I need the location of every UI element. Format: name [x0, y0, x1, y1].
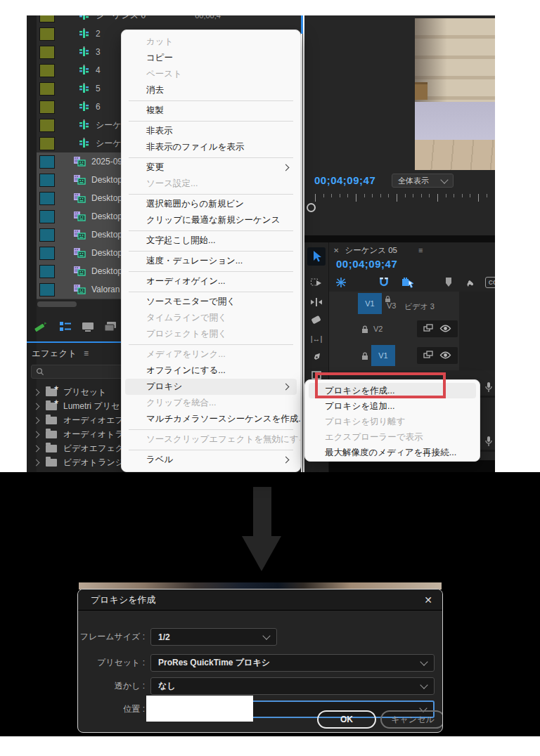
- context-menu-item[interactable]: 複製: [125, 103, 297, 119]
- label-color-chip[interactable]: [39, 27, 55, 41]
- toggle-track-output-eye-icon[interactable]: [439, 322, 451, 335]
- label-color-chip[interactable]: [39, 247, 55, 260]
- context-menu-item[interactable]: オフラインにする...: [125, 363, 297, 379]
- track-v3-name[interactable]: ビデオ 3: [404, 301, 435, 312]
- chevron-right-icon[interactable]: [33, 417, 40, 424]
- proxy-submenu-item[interactable]: プロキシを切り離す: [309, 414, 476, 429]
- panel-resize-highlight[interactable]: [301, 15, 303, 34]
- chevron-right-icon[interactable]: [33, 445, 40, 452]
- selection-tool[interactable]: [307, 247, 326, 266]
- context-menu-item[interactable]: 変更: [125, 159, 297, 176]
- panel-menu-icon[interactable]: ≡: [418, 246, 423, 254]
- razor-tool[interactable]: [307, 311, 326, 330]
- label-color-chip[interactable]: [39, 155, 55, 169]
- field-select[interactable]: ProRes QuickTime プロキシ: [150, 654, 435, 672]
- sync-lock-icon[interactable]: [423, 322, 433, 335]
- timeline-tab[interactable]: ✕ シーケンス 05 ≡: [329, 244, 495, 256]
- effects-panel-tab[interactable]: エフェクト ≡: [32, 347, 89, 360]
- panel-menu-icon[interactable]: ≡: [84, 348, 89, 358]
- context-menu-item[interactable]: メディアをリンク...: [125, 346, 297, 363]
- context-menu-item[interactable]: ソース設定...: [125, 176, 297, 192]
- stacked-panels-icon[interactable]: [103, 320, 118, 334]
- snap-magnet-icon[interactable]: [378, 277, 391, 288]
- context-menu-item[interactable]: 速度・デュレーション...: [125, 253, 297, 269]
- label-color-chip[interactable]: [39, 100, 55, 114]
- context-menu-item[interactable]: ラベル: [125, 452, 297, 468]
- chevron-right-icon[interactable]: [33, 389, 40, 396]
- context-menu-item[interactable]: 文字起こし開始...: [125, 233, 297, 249]
- context-menu-item[interactable]: ソースモニターで開く: [125, 294, 297, 310]
- label-color-chip[interactable]: [39, 283, 55, 296]
- context-menu-item[interactable]: コピー: [125, 50, 297, 66]
- proxy-submenu-item[interactable]: 最大解像度のメディアを再接続...: [309, 445, 476, 460]
- cancel-button[interactable]: キャンセル: [380, 710, 443, 729]
- zoom-level-select[interactable]: 全体表示: [392, 174, 454, 188]
- context-menu-item[interactable]: マルチカメラソースシーケンスを作成...: [125, 411, 297, 427]
- context-menu-item[interactable]: カット: [125, 34, 297, 50]
- linked-selection-icon[interactable]: [401, 277, 414, 288]
- ripple-edit-tool[interactable]: [307, 293, 326, 311]
- label-color-chip[interactable]: [39, 82, 55, 96]
- context-menu-item[interactable]: クリップに最適な新規シーケンス: [125, 212, 297, 228]
- context-menu-item[interactable]: 選択範囲からの新規ビン: [125, 196, 297, 212]
- context-menu-item[interactable]: プロキシ: [125, 379, 297, 395]
- label-color-chip[interactable]: [39, 64, 55, 77]
- close-icon[interactable]: ✕: [424, 594, 432, 606]
- chevron-right-icon[interactable]: [33, 431, 40, 438]
- proxy-submenu-item[interactable]: プロキシを追加...: [309, 398, 476, 414]
- playhead-icon[interactable]: [307, 203, 316, 212]
- voiceover-mic-icon[interactable]: [484, 436, 493, 448]
- label-color-chip[interactable]: [39, 265, 55, 278]
- chevron-down-icon: [420, 658, 428, 665]
- track-v2-label[interactable]: V2: [373, 325, 382, 333]
- panel-gap: [304, 235, 495, 242]
- project-row-partial[interactable]: シーケンス 0 00;00;4: [37, 15, 301, 25]
- context-menu-item[interactable]: 消去: [125, 82, 297, 98]
- panel-divider[interactable]: [302, 34, 303, 472]
- label-color-chip[interactable]: [39, 210, 55, 223]
- label-color-chip[interactable]: [39, 192, 55, 205]
- track-select-forward-tool[interactable]: [307, 274, 326, 292]
- timeline-timecode[interactable]: 00;04;09;47: [336, 258, 397, 270]
- context-menu-item[interactable]: オーディオゲイン...: [125, 273, 297, 289]
- label-color-chip[interactable]: [39, 174, 55, 187]
- pen-tool[interactable]: [307, 348, 326, 366]
- track-v1-target[interactable]: V1: [371, 345, 395, 366]
- label-color-chip[interactable]: [39, 15, 55, 22]
- timeline-settings-wrench-icon[interactable]: [463, 277, 475, 288]
- chevron-right-icon[interactable]: [33, 403, 40, 410]
- list-view-icon[interactable]: [58, 320, 73, 334]
- context-menu-item[interactable]: 非表示のファイルを表示: [125, 139, 297, 155]
- proxy-submenu-item[interactable]: エクスプローラーで表示: [309, 429, 476, 445]
- label-color-chip[interactable]: [39, 137, 55, 150]
- field-select[interactable]: なし: [150, 677, 435, 695]
- toggle-track-output-eye-icon[interactable]: [439, 349, 451, 362]
- context-menu-item[interactable]: ソースクリップエフェクトを無効にする: [125, 431, 297, 448]
- horizontal-scrollbar[interactable]: [37, 301, 77, 307]
- context-menu-item[interactable]: 非表示: [125, 123, 297, 139]
- context-menu-item[interactable]: タイムラインで開く: [125, 310, 297, 326]
- monitor-icon[interactable]: [80, 320, 96, 334]
- context-menu-item[interactable]: クリップを統合...: [125, 395, 297, 411]
- lock-icon[interactable]: [361, 351, 368, 363]
- label-color-chip[interactable]: [39, 228, 55, 242]
- field-select[interactable]: 1/2: [150, 628, 277, 646]
- folder-icon: [46, 416, 58, 425]
- insert-as-nest-icon[interactable]: [335, 277, 347, 288]
- track-v3-label[interactable]: V3: [387, 301, 396, 310]
- slip-tool[interactable]: |↔|: [307, 330, 326, 348]
- ok-button[interactable]: OK: [317, 710, 376, 729]
- label-color-chip[interactable]: [39, 46, 55, 59]
- edit-pencil-icon[interactable]: [32, 320, 48, 334]
- context-menu-item[interactable]: ペースト: [125, 66, 297, 82]
- lock-icon[interactable]: [361, 324, 368, 337]
- captions-cc-icon[interactable]: CC: [485, 277, 495, 288]
- close-icon[interactable]: ✕: [333, 247, 339, 254]
- chevron-right-icon[interactable]: [33, 459, 40, 466]
- context-menu-item[interactable]: プロジェクトを開く: [125, 326, 297, 342]
- source-patch-v1[interactable]: V1: [358, 293, 382, 314]
- label-color-chip[interactable]: [39, 119, 55, 132]
- voiceover-mic-icon[interactable]: [484, 382, 493, 393]
- sync-lock-icon[interactable]: [423, 349, 433, 362]
- marker-icon[interactable]: [444, 277, 456, 288]
